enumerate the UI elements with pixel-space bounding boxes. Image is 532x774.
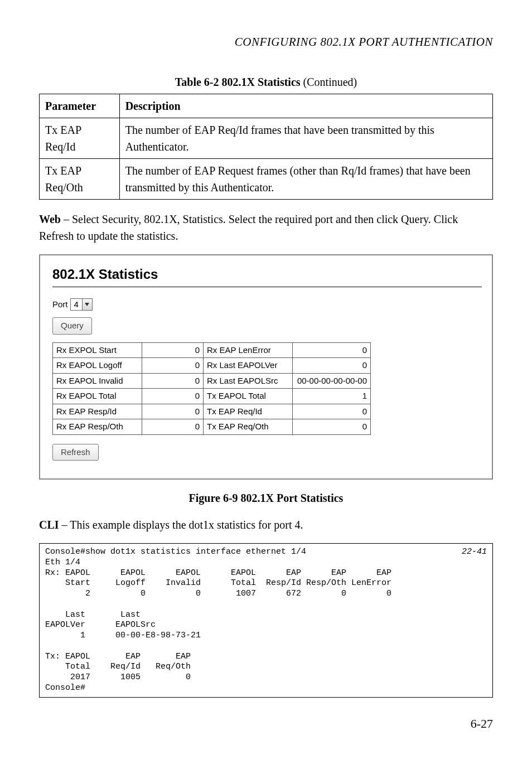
param-cell: Tx EAP Req/Oth bbox=[40, 158, 120, 199]
stat-value: 00-00-00-00-00-00 bbox=[293, 373, 371, 389]
port-select[interactable]: 4 bbox=[70, 298, 93, 311]
stat-label: Rx EAPOL Logoff bbox=[53, 358, 142, 374]
stat-value: 1 bbox=[293, 389, 371, 404]
stat-label: Rx EAPOL Total bbox=[53, 389, 142, 404]
cli-instruction-text: – This example displays the dot1x statis… bbox=[59, 519, 303, 531]
stat-value: 0 bbox=[293, 342, 371, 358]
stat-label: Tx EAPOL Total bbox=[204, 389, 293, 404]
stat-label: Rx EAP LenError bbox=[204, 342, 293, 358]
dropdown-arrow-icon[interactable] bbox=[82, 299, 92, 310]
table-row: Rx EAP Resp/Id 0 Tx EAP Req/Id 0 bbox=[53, 404, 371, 419]
stat-label: Rx EXPOL Start bbox=[53, 342, 142, 358]
statistics-panel: 802.1X Statistics Port 4 Query Rx EXPOL … bbox=[39, 254, 493, 480]
stat-value: 0 bbox=[142, 389, 204, 404]
desc-cell: The number of EAP Req/Id frames that hav… bbox=[119, 118, 492, 158]
table-row: Rx EXPOL Start 0 Rx EAP LenError 0 bbox=[53, 342, 371, 358]
table-row: Rx EAP Resp/Oth 0 Tx EAP Req/Oth 0 bbox=[53, 419, 371, 435]
param-header-description: Description bbox=[119, 94, 492, 118]
web-instruction: Web – Select Security, 802.1X, Statistic… bbox=[39, 211, 493, 244]
query-button[interactable]: Query bbox=[52, 317, 92, 335]
web-instruction-text: – Select Security, 802.1X, Statistics. S… bbox=[39, 213, 458, 242]
stat-value: 0 bbox=[142, 419, 204, 435]
stat-label: Rx EAP Resp/Oth bbox=[53, 419, 142, 435]
table-caption-continued: (Continued) bbox=[301, 76, 357, 88]
page-number: 6-27 bbox=[39, 714, 493, 733]
cli-output-box: 22-41Console#show dot1x statistics inter… bbox=[39, 543, 493, 698]
stat-value: 0 bbox=[142, 373, 204, 389]
stat-label: Rx Last EAPOLVer bbox=[204, 358, 293, 374]
table-caption-main: Table 6-2 802.1X Statistics bbox=[175, 76, 301, 88]
table-row: Tx EAP Req/Oth The number of EAP Request… bbox=[40, 158, 493, 199]
stat-value: 0 bbox=[293, 419, 371, 435]
port-select-value: 4 bbox=[71, 298, 82, 311]
stat-value: 0 bbox=[142, 404, 204, 419]
parameters-table: Parameter Description Tx EAP Req/Id The … bbox=[39, 94, 493, 200]
table-row: Rx EAPOL Logoff 0 Rx Last EAPOLVer 0 bbox=[53, 358, 371, 374]
stat-value: 0 bbox=[293, 404, 371, 419]
table-caption: Table 6-2 802.1X Statistics (Continued) bbox=[39, 74, 493, 90]
stat-label: Rx EAP Resp/Id bbox=[53, 404, 142, 419]
stat-value: 0 bbox=[142, 358, 204, 374]
figure-caption: Figure 6-9 802.1X Port Statistics bbox=[39, 490, 493, 506]
param-cell: Tx EAP Req/Id bbox=[40, 118, 120, 158]
web-label-bold: Web bbox=[39, 213, 61, 225]
stat-label: Rx Last EAPOLSrc bbox=[204, 373, 293, 389]
cli-instruction: CLI – This example displays the dot1x st… bbox=[39, 516, 493, 533]
panel-divider bbox=[52, 287, 482, 287]
refresh-button[interactable]: Refresh bbox=[52, 444, 99, 461]
desc-cell: The number of EAP Request frames (other … bbox=[119, 158, 492, 199]
statistics-table: Rx EXPOL Start 0 Rx EAP LenError 0 Rx EA… bbox=[52, 342, 371, 435]
cli-label-bold: CLI bbox=[39, 519, 59, 531]
param-header-parameter: Parameter bbox=[40, 94, 120, 118]
panel-title: 802.1X Statistics bbox=[52, 264, 482, 284]
stat-value: 0 bbox=[142, 342, 204, 358]
table-row: Rx EAPOL Total 0 Tx EAPOL Total 1 bbox=[53, 389, 371, 404]
stat-label: Tx EAP Req/Id bbox=[204, 404, 293, 419]
port-label: Port bbox=[52, 298, 68, 311]
cli-output-text: Console#show dot1x statistics interface … bbox=[45, 547, 391, 693]
stat-value: 0 bbox=[293, 358, 371, 374]
stat-label: Rx EAPOL Invalid bbox=[53, 373, 142, 389]
svg-marker-0 bbox=[85, 303, 89, 306]
table-row: Rx EAPOL Invalid 0 Rx Last EAPOLSrc 00-0… bbox=[53, 373, 371, 389]
port-selector-row: Port 4 bbox=[52, 298, 482, 311]
table-row: Tx EAP Req/Id The number of EAP Req/Id f… bbox=[40, 118, 493, 158]
page-header: CONFIGURING 802.1X PORT AUTHENTICATION bbox=[39, 33, 493, 51]
cli-reference: 22-41 bbox=[462, 547, 487, 558]
stat-label: Tx EAP Req/Oth bbox=[204, 419, 293, 435]
